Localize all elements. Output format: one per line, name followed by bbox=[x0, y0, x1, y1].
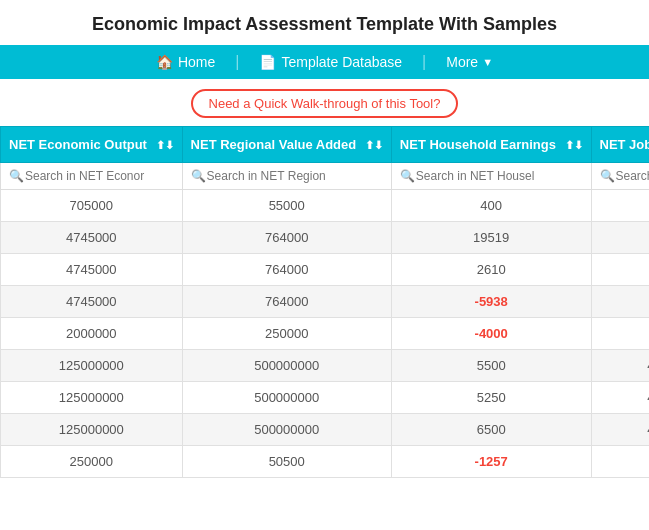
table-row: 7050005500040015 bbox=[1, 190, 650, 222]
sort-icon-household: ⬆⬇ bbox=[565, 139, 583, 152]
data-table-container: NET Economic Output ⬆⬇ NET Regional Valu… bbox=[0, 126, 649, 478]
search-input-economic[interactable] bbox=[7, 167, 176, 185]
navbar: 🏠 Home | 📄 Template Database | More ▼ bbox=[0, 45, 649, 79]
cell-household-3: -5938 bbox=[391, 286, 591, 318]
col-net-jobs-benefit[interactable]: NET Jobs Benefit ◆ bbox=[591, 127, 649, 163]
cell-household-5: 5500 bbox=[391, 350, 591, 382]
cell-jobs-5: 4800 bbox=[591, 350, 649, 382]
cell-household-8: -1257 bbox=[391, 446, 591, 478]
cell-regional-3: 764000 bbox=[182, 286, 391, 318]
nav-more-label: More bbox=[446, 54, 478, 70]
cell-economic-0: 705000 bbox=[1, 190, 183, 222]
search-icon-regional: 🔍 bbox=[191, 169, 206, 183]
cell-regional-7: 500000000 bbox=[182, 414, 391, 446]
table-row: 4745000764000-593885 bbox=[1, 286, 650, 318]
nav-home[interactable]: 🏠 Home bbox=[156, 54, 215, 70]
cell-household-1: 19519 bbox=[391, 222, 591, 254]
cell-regional-2: 764000 bbox=[182, 254, 391, 286]
cell-regional-8: 50500 bbox=[182, 446, 391, 478]
cell-regional-5: 500000000 bbox=[182, 350, 391, 382]
cell-household-6: 5250 bbox=[391, 382, 591, 414]
cell-jobs-1: 85 bbox=[591, 222, 649, 254]
cell-economic-1: 4745000 bbox=[1, 222, 183, 254]
table-row: 12500000050000000055004800 bbox=[1, 350, 650, 382]
cell-economic-8: 250000 bbox=[1, 446, 183, 478]
sort-icon-economic: ⬆⬇ bbox=[156, 139, 174, 152]
table-row: 47450007640001951985 bbox=[1, 222, 650, 254]
template-icon: 📄 bbox=[259, 54, 276, 70]
cell-household-4: -4000 bbox=[391, 318, 591, 350]
col-net-regional-value[interactable]: NET Regional Value Added ⬆⬇ bbox=[182, 127, 391, 163]
col-net-economic-output[interactable]: NET Economic Output ⬆⬇ bbox=[1, 127, 183, 163]
cell-household-0: 400 bbox=[391, 190, 591, 222]
col-label-household: NET Household Earnings bbox=[400, 137, 556, 152]
cell-jobs-6: 4800 bbox=[591, 382, 649, 414]
search-cell-regional: 🔍 bbox=[182, 163, 391, 190]
table-row: 12500000050000000065004800 bbox=[1, 414, 650, 446]
page-title: Economic Impact Assessment Template With… bbox=[0, 0, 649, 45]
cell-economic-3: 4745000 bbox=[1, 286, 183, 318]
search-icon-jobs: 🔍 bbox=[600, 169, 615, 183]
nav-template-label: Template Database bbox=[281, 54, 402, 70]
home-icon: 🏠 bbox=[156, 54, 173, 70]
search-input-regional[interactable] bbox=[189, 167, 385, 185]
search-cell-household: 🔍 bbox=[391, 163, 591, 190]
nav-template[interactable]: 📄 Template Database bbox=[259, 54, 402, 70]
table-row: 4745000764000261085 bbox=[1, 254, 650, 286]
table-row: 2000000250000-400010 bbox=[1, 318, 650, 350]
search-cell-economic: 🔍 bbox=[1, 163, 183, 190]
col-net-household-earnings[interactable]: NET Household Earnings ⬆⬇ bbox=[391, 127, 591, 163]
cell-household-7: 6500 bbox=[391, 414, 591, 446]
cell-jobs-7: 4800 bbox=[591, 414, 649, 446]
cell-household-2: 2610 bbox=[391, 254, 591, 286]
cell-jobs-2: 85 bbox=[591, 254, 649, 286]
cell-jobs-3: 85 bbox=[591, 286, 649, 318]
walkthrough-wrapper: Need a Quick Walk-through of this Tool? bbox=[0, 79, 649, 126]
search-row: 🔍 🔍 🔍 bbox=[1, 163, 650, 190]
table-row: 12500000050000000052504800 bbox=[1, 382, 650, 414]
cell-regional-6: 500000000 bbox=[182, 382, 391, 414]
col-label-jobs: NET Jobs Benefit bbox=[600, 137, 650, 152]
cell-economic-7: 125000000 bbox=[1, 414, 183, 446]
search-input-household[interactable] bbox=[398, 167, 585, 185]
cell-economic-6: 125000000 bbox=[1, 382, 183, 414]
nav-home-label: Home bbox=[178, 54, 215, 70]
sort-icon-regional: ⬆⬇ bbox=[365, 139, 383, 152]
cell-regional-1: 764000 bbox=[182, 222, 391, 254]
table-row: 25000050500-125775 bbox=[1, 446, 650, 478]
cell-economic-2: 4745000 bbox=[1, 254, 183, 286]
search-icon-household: 🔍 bbox=[400, 169, 415, 183]
table-header-row: NET Economic Output ⬆⬇ NET Regional Valu… bbox=[1, 127, 650, 163]
search-cell-jobs: 🔍 bbox=[591, 163, 649, 190]
cell-regional-4: 250000 bbox=[182, 318, 391, 350]
cell-jobs-0: 15 bbox=[591, 190, 649, 222]
search-icon-economic: 🔍 bbox=[9, 169, 24, 183]
cell-economic-4: 2000000 bbox=[1, 318, 183, 350]
cell-regional-0: 55000 bbox=[182, 190, 391, 222]
col-label-economic: NET Economic Output bbox=[9, 137, 147, 152]
cell-economic-5: 125000000 bbox=[1, 350, 183, 382]
cell-jobs-4: 10 bbox=[591, 318, 649, 350]
nav-divider-1: | bbox=[235, 53, 239, 71]
nav-more[interactable]: More ▼ bbox=[446, 54, 493, 70]
chevron-down-icon: ▼ bbox=[482, 56, 493, 68]
cell-jobs-8: 75 bbox=[591, 446, 649, 478]
col-label-regional: NET Regional Value Added bbox=[191, 137, 357, 152]
nav-divider-2: | bbox=[422, 53, 426, 71]
walkthrough-button[interactable]: Need a Quick Walk-through of this Tool? bbox=[191, 89, 459, 118]
data-table: NET Economic Output ⬆⬇ NET Regional Valu… bbox=[0, 126, 649, 478]
